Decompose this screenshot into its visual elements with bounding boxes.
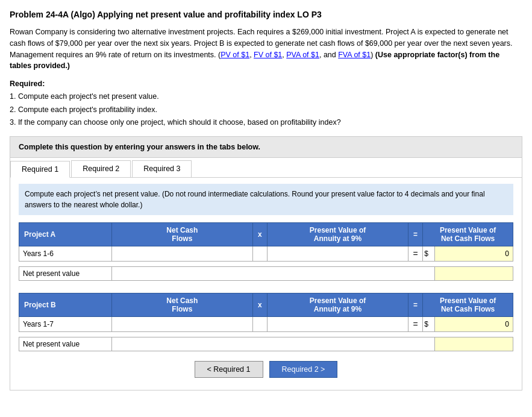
complete-instruction: Complete this question by entering your … bbox=[10, 136, 522, 158]
project-a-net-cash-cell[interactable] bbox=[111, 246, 252, 262]
pva-link[interactable]: PVA of $1 bbox=[286, 51, 319, 59]
tab-instruction: Compute each project’s net present value… bbox=[19, 184, 513, 215]
next-button[interactable]: Required 2 > bbox=[269, 361, 338, 378]
required-item-2: 2. Compute each project's profitability … bbox=[10, 105, 157, 114]
project-a-header: Project A bbox=[19, 223, 112, 246]
project-b-years-label: Years 1-7 bbox=[19, 317, 112, 332]
project-b-pva-cell[interactable] bbox=[267, 317, 408, 332]
project-a-col-eq: = bbox=[408, 223, 423, 246]
project-a-npv-value bbox=[435, 267, 513, 281]
tab-content-required-1: Compute each project’s net present value… bbox=[10, 178, 522, 390]
project-b-dollar-cell: $ bbox=[423, 317, 435, 332]
project-a-npv-label: Net present value bbox=[19, 267, 112, 281]
project-b-col-pv: Present Value ofNet Cash Flows bbox=[423, 293, 513, 317]
fva-link[interactable]: FVA of $1 bbox=[338, 51, 371, 59]
required-item-1: 1. Compute each project's net present va… bbox=[10, 92, 159, 101]
project-b-table: Project B Net CashFlows x Present Value … bbox=[19, 293, 513, 351]
project-a-spacer bbox=[19, 262, 513, 267]
tab-required-3[interactable]: Required 3 bbox=[132, 160, 192, 177]
project-a-pva-cell[interactable] bbox=[267, 246, 408, 262]
project-b-net-cash-input[interactable] bbox=[112, 318, 252, 331]
project-b-eq-cell: = bbox=[408, 317, 423, 332]
project-b-header: Project B bbox=[19, 293, 112, 317]
pv-link[interactable]: PV of $1 bbox=[221, 51, 249, 59]
project-b-pva-input[interactable] bbox=[268, 318, 408, 331]
project-a-dollar-cell: $ bbox=[423, 246, 435, 262]
project-a-pv-value: 0 bbox=[435, 246, 513, 262]
project-a-eq-cell: = bbox=[408, 246, 423, 262]
table-spacer bbox=[19, 287, 513, 293]
fv-link[interactable]: FV of $1 bbox=[254, 51, 282, 59]
tabs-row: Required 1 Required 2 Required 3 bbox=[10, 158, 522, 178]
prev-button[interactable]: < Required 1 bbox=[195, 361, 263, 378]
required-item-3: 3. If the company can choose only one pr… bbox=[10, 118, 341, 127]
project-b-row-years: Years 1-7 = $ 0 bbox=[19, 317, 513, 332]
project-b-npv-label: Net present value bbox=[19, 337, 112, 351]
project-a-table: Project A Net CashFlows x Present Value … bbox=[19, 222, 513, 281]
project-b-col-eq: = bbox=[408, 293, 423, 317]
project-b-col-net-cash: Net CashFlows bbox=[111, 293, 252, 317]
project-a-col-x: x bbox=[252, 223, 267, 246]
project-a-row-years: Years 1-6 = $ 0 bbox=[19, 246, 513, 262]
problem-title: Problem 24-4A (Algo) Applying net presen… bbox=[10, 10, 522, 19]
required-section: Required: 1. Compute each project's net … bbox=[10, 78, 522, 129]
nav-buttons: < Required 1 Required 2 > bbox=[19, 361, 513, 384]
project-b-npv-value bbox=[435, 337, 513, 351]
project-b-col-pva: Present Value ofAnnuity at 9% bbox=[267, 293, 408, 317]
project-a-col-net-cash: Net CashFlows bbox=[111, 223, 252, 246]
project-a-col-pva: Present Value ofAnnuity at 9% bbox=[267, 223, 408, 246]
project-a-pva-input[interactable] bbox=[268, 247, 408, 260]
project-a-npv-spacer bbox=[111, 267, 434, 281]
project-b-col-x: x bbox=[252, 293, 267, 317]
project-b-spacer bbox=[19, 332, 513, 337]
tab-required-1[interactable]: Required 1 bbox=[10, 161, 70, 178]
project-a-col-pv: Present Value ofNet Cash Flows bbox=[423, 223, 513, 246]
project-b-npv-spacer bbox=[111, 337, 434, 351]
project-b-x-cell bbox=[252, 317, 267, 332]
project-a-net-cash-input[interactable] bbox=[112, 247, 252, 260]
required-header: Required: bbox=[10, 80, 45, 88]
project-a-years-label: Years 1-6 bbox=[19, 246, 112, 262]
description-text: Rowan Company is considering two alterna… bbox=[10, 27, 522, 72]
project-a-npv-row: Net present value bbox=[19, 267, 513, 281]
project-b-net-cash-cell[interactable] bbox=[111, 317, 252, 332]
project-b-npv-row: Net present value bbox=[19, 337, 513, 351]
tab-required-2[interactable]: Required 2 bbox=[71, 160, 131, 177]
project-a-x-cell bbox=[252, 246, 267, 262]
project-b-pv-value: 0 bbox=[435, 317, 513, 332]
tabs-container: Required 1 Required 2 Required 3 Compute… bbox=[10, 158, 522, 390]
